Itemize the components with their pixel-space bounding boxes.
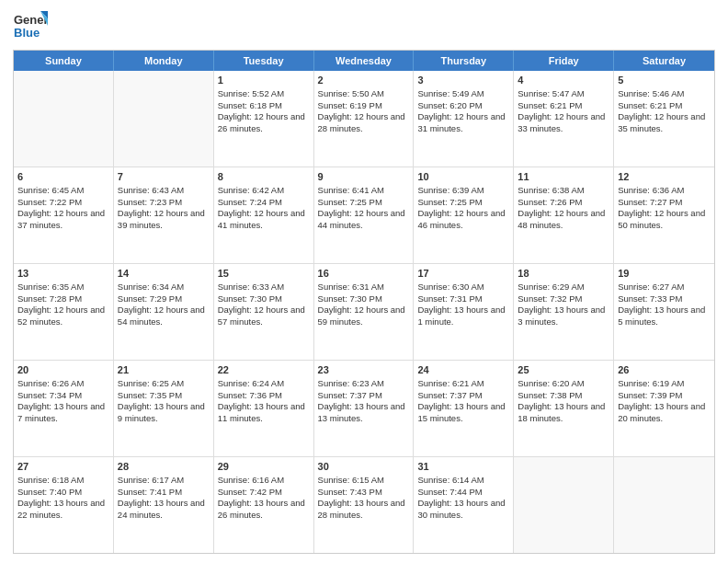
sunset-text: Sunset: 7:24 PM bbox=[218, 197, 310, 209]
sunset-text: Sunset: 7:22 PM bbox=[17, 197, 109, 209]
day-cell-24: 24Sunrise: 6:21 AMSunset: 7:37 PMDayligh… bbox=[414, 361, 514, 456]
day-number: 13 bbox=[17, 267, 109, 281]
sunrise-text: Sunrise: 5:50 AM bbox=[318, 88, 410, 100]
day-number: 10 bbox=[417, 170, 509, 184]
day-number: 25 bbox=[518, 363, 609, 377]
logo: General Blue bbox=[13, 9, 48, 44]
calendar-header: SundayMondayTuesdayWednesdayThursdayFrid… bbox=[14, 51, 714, 71]
sunset-text: Sunset: 7:27 PM bbox=[618, 197, 711, 209]
day-number: 12 bbox=[618, 170, 711, 184]
sunset-text: Sunset: 7:35 PM bbox=[118, 390, 210, 402]
day-cell-8: 8Sunrise: 6:42 AMSunset: 7:24 PMDaylight… bbox=[214, 167, 314, 263]
day-number: 30 bbox=[318, 460, 410, 474]
empty-cell bbox=[114, 71, 214, 167]
sunset-text: Sunset: 7:38 PM bbox=[518, 390, 609, 402]
day-cell-13: 13Sunrise: 6:35 AMSunset: 7:28 PMDayligh… bbox=[14, 264, 114, 360]
calendar-week-3: 13Sunrise: 6:35 AMSunset: 7:28 PMDayligh… bbox=[14, 264, 714, 361]
sunrise-text: Sunrise: 6:23 AM bbox=[318, 378, 410, 390]
day-number: 2 bbox=[318, 74, 410, 87]
day-cell-6: 6Sunrise: 6:45 AMSunset: 7:22 PMDaylight… bbox=[14, 167, 114, 263]
sunrise-text: Sunrise: 6:45 AM bbox=[17, 185, 109, 197]
sunrise-text: Sunrise: 6:16 AM bbox=[218, 475, 310, 487]
sunset-text: Sunset: 7:42 PM bbox=[218, 487, 310, 499]
day-number: 27 bbox=[17, 460, 109, 474]
sunrise-text: Sunrise: 6:26 AM bbox=[17, 378, 109, 390]
daylight-text: Daylight: 13 hours and 5 minutes. bbox=[618, 304, 711, 328]
day-cell-10: 10Sunrise: 6:39 AMSunset: 7:25 PMDayligh… bbox=[414, 167, 514, 263]
sunset-text: Sunset: 7:43 PM bbox=[318, 487, 410, 499]
sunset-text: Sunset: 6:20 PM bbox=[417, 100, 509, 112]
day-cell-31: 31Sunrise: 6:14 AMSunset: 7:44 PMDayligh… bbox=[414, 457, 514, 553]
sunrise-text: Sunrise: 6:39 AM bbox=[417, 185, 509, 197]
calendar-body: 1Sunrise: 5:52 AMSunset: 6:18 PMDaylight… bbox=[14, 71, 714, 553]
sunrise-text: Sunrise: 6:34 AM bbox=[118, 282, 210, 293]
day-cell-23: 23Sunrise: 6:23 AMSunset: 7:37 PMDayligh… bbox=[314, 361, 415, 456]
sunset-text: Sunset: 7:23 PM bbox=[118, 197, 210, 209]
sunrise-text: Sunrise: 6:14 AM bbox=[417, 475, 509, 487]
weekday-header-monday: Monday bbox=[114, 51, 214, 71]
day-number: 18 bbox=[518, 267, 609, 281]
daylight-text: Daylight: 13 hours and 3 minutes. bbox=[518, 304, 609, 328]
sunrise-text: Sunrise: 6:21 AM bbox=[417, 378, 509, 390]
daylight-text: Daylight: 13 hours and 15 minutes. bbox=[417, 401, 509, 425]
day-number: 3 bbox=[417, 74, 509, 87]
day-cell-30: 30Sunrise: 6:15 AMSunset: 7:43 PMDayligh… bbox=[314, 457, 415, 553]
daylight-text: Daylight: 13 hours and 1 minute. bbox=[417, 304, 509, 328]
logo-icon: General Blue bbox=[13, 9, 48, 44]
day-cell-15: 15Sunrise: 6:33 AMSunset: 7:30 PMDayligh… bbox=[214, 264, 314, 360]
sunset-text: Sunset: 7:30 PM bbox=[318, 293, 410, 305]
day-number: 7 bbox=[118, 170, 210, 184]
sunset-text: Sunset: 7:30 PM bbox=[218, 293, 310, 305]
svg-text:Blue: Blue bbox=[14, 26, 40, 40]
sunrise-text: Sunrise: 5:46 AM bbox=[618, 88, 711, 100]
day-number: 24 bbox=[417, 363, 509, 377]
daylight-text: Daylight: 12 hours and 35 minutes. bbox=[618, 111, 711, 135]
sunset-text: Sunset: 6:21 PM bbox=[518, 100, 609, 112]
daylight-text: Daylight: 13 hours and 11 minutes. bbox=[218, 401, 310, 425]
day-cell-5: 5Sunrise: 5:46 AMSunset: 6:21 PMDaylight… bbox=[614, 71, 714, 167]
daylight-text: Daylight: 12 hours and 59 minutes. bbox=[318, 304, 410, 328]
day-number: 17 bbox=[417, 267, 509, 281]
day-cell-20: 20Sunrise: 6:26 AMSunset: 7:34 PMDayligh… bbox=[14, 361, 114, 456]
day-number: 6 bbox=[17, 170, 109, 184]
day-number: 23 bbox=[318, 363, 410, 377]
daylight-text: Daylight: 13 hours and 22 minutes. bbox=[17, 498, 109, 522]
day-number: 15 bbox=[218, 267, 310, 281]
sunset-text: Sunset: 7:37 PM bbox=[318, 390, 410, 402]
day-number: 29 bbox=[218, 460, 310, 474]
day-cell-29: 29Sunrise: 6:16 AMSunset: 7:42 PMDayligh… bbox=[214, 457, 314, 553]
sunset-text: Sunset: 6:18 PM bbox=[218, 100, 310, 112]
sunset-text: Sunset: 7:25 PM bbox=[318, 197, 410, 209]
daylight-text: Daylight: 12 hours and 46 minutes. bbox=[417, 208, 509, 232]
day-number: 26 bbox=[618, 363, 711, 377]
header: General Blue bbox=[13, 9, 715, 44]
day-cell-1: 1Sunrise: 5:52 AMSunset: 6:18 PMDaylight… bbox=[214, 71, 314, 167]
sunset-text: Sunset: 7:34 PM bbox=[17, 390, 109, 402]
day-number: 4 bbox=[518, 74, 609, 87]
calendar-week-4: 20Sunrise: 6:26 AMSunset: 7:34 PMDayligh… bbox=[14, 361, 714, 457]
daylight-text: Daylight: 12 hours and 57 minutes. bbox=[218, 304, 310, 328]
day-cell-17: 17Sunrise: 6:30 AMSunset: 7:31 PMDayligh… bbox=[414, 264, 514, 360]
sunrise-text: Sunrise: 6:27 AM bbox=[618, 282, 711, 293]
daylight-text: Daylight: 13 hours and 28 minutes. bbox=[318, 498, 410, 522]
sunrise-text: Sunrise: 6:19 AM bbox=[618, 378, 711, 390]
sunrise-text: Sunrise: 6:31 AM bbox=[318, 282, 410, 293]
day-cell-21: 21Sunrise: 6:25 AMSunset: 7:35 PMDayligh… bbox=[114, 361, 214, 456]
day-cell-3: 3Sunrise: 5:49 AMSunset: 6:20 PMDaylight… bbox=[414, 71, 514, 167]
daylight-text: Daylight: 13 hours and 13 minutes. bbox=[318, 401, 410, 425]
weekday-header-thursday: Thursday bbox=[414, 51, 514, 71]
day-number: 14 bbox=[118, 267, 210, 281]
weekday-header-sunday: Sunday bbox=[14, 51, 114, 71]
daylight-text: Daylight: 13 hours and 7 minutes. bbox=[17, 401, 109, 425]
daylight-text: Daylight: 12 hours and 37 minutes. bbox=[17, 208, 109, 232]
day-cell-2: 2Sunrise: 5:50 AMSunset: 6:19 PMDaylight… bbox=[314, 71, 415, 167]
sunrise-text: Sunrise: 6:20 AM bbox=[518, 378, 609, 390]
day-number: 5 bbox=[618, 74, 711, 87]
sunrise-text: Sunrise: 6:38 AM bbox=[518, 185, 609, 197]
sunrise-text: Sunrise: 6:43 AM bbox=[118, 185, 210, 197]
calendar-week-1: 1Sunrise: 5:52 AMSunset: 6:18 PMDaylight… bbox=[14, 71, 714, 167]
daylight-text: Daylight: 12 hours and 39 minutes. bbox=[118, 208, 210, 232]
day-number: 9 bbox=[318, 170, 410, 184]
weekday-header-wednesday: Wednesday bbox=[314, 51, 415, 71]
day-cell-22: 22Sunrise: 6:24 AMSunset: 7:36 PMDayligh… bbox=[214, 361, 314, 456]
